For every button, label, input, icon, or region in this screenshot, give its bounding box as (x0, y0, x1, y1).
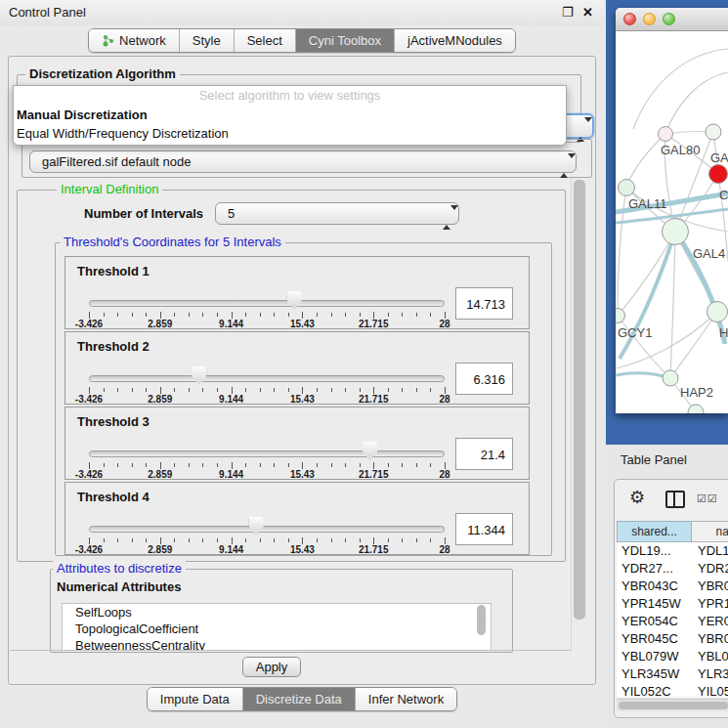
threshold-slider[interactable]: -3.4262.8599.14415.4321.71528 (89, 286, 445, 325)
attribute-item-selfloops[interactable]: SelfLoops (63, 604, 491, 621)
threshold-value-field[interactable]: 6.316 (455, 363, 513, 395)
column-header-shared-name[interactable]: shared... (617, 521, 692, 542)
cell-name[interactable]: YDR27... (692, 560, 728, 578)
network-edge[interactable] (626, 134, 665, 188)
network-edge[interactable] (670, 312, 717, 378)
table-hscrollbar-thumb[interactable] (619, 702, 728, 709)
attributes-list-scrollbar[interactable] (477, 605, 486, 635)
slider-tick (388, 313, 389, 317)
column-view-icon[interactable] (665, 491, 685, 508)
slider-thumb[interactable] (363, 442, 377, 460)
close-icon[interactable]: ✕ (582, 5, 593, 20)
dropdown-option-manual[interactable]: Manual Discretization (14, 106, 566, 124)
tab-select[interactable]: Select (234, 29, 295, 52)
gear-icon[interactable]: ⚙ (629, 487, 645, 508)
table-row[interactable]: YPR145WYPR145W (617, 595, 728, 613)
cell-shared-name[interactable]: YDR27... (617, 560, 692, 578)
cell-name[interactable]: YDL19... (692, 542, 728, 560)
select-columns-icon[interactable]: ☑☑ (697, 492, 718, 505)
tab-jactivemnodules[interactable]: jActiveMNodules (394, 29, 515, 52)
network-edge[interactable] (670, 232, 675, 378)
network-edge[interactable] (618, 188, 626, 316)
cell-shared-name[interactable]: YER054C (617, 613, 692, 630)
table-row[interactable]: YBR045CYBR045C (617, 630, 728, 648)
slider-tick (189, 388, 190, 392)
threshold-slider[interactable]: -3.4262.8599.14415.4321.71528 (89, 362, 445, 401)
network-node[interactable] (663, 219, 689, 245)
threshold-value-field[interactable]: 11.344 (455, 513, 513, 545)
network-edge[interactable] (665, 72, 728, 134)
threshold-value-field[interactable]: 21.4 (455, 438, 513, 470)
combo-stepper-icon (560, 155, 569, 177)
table-row[interactable]: YBR043CYBR043C (617, 578, 728, 595)
threshold-slider[interactable]: -3.4262.8599.14415.4321.71528 (89, 437, 445, 476)
cell-name[interactable]: YPR145W (692, 595, 728, 613)
window-close-icon[interactable] (623, 13, 636, 25)
column-header-name[interactable]: name (692, 521, 728, 542)
window-minimize-icon[interactable] (643, 13, 656, 25)
attribute-item-topologicalcoefficient[interactable]: TopologicalCoefficient (63, 621, 491, 637)
apply-button[interactable]: Apply (242, 657, 301, 677)
cell-shared-name[interactable]: YLR345W (617, 665, 692, 683)
table-row[interactable]: YLR345WYLR345W (617, 665, 728, 683)
cell-shared-name[interactable]: YPR145W (617, 595, 692, 613)
tab-network[interactable]: Network (89, 29, 179, 52)
tab-impute-data[interactable]: Impute Data (148, 688, 242, 710)
cell-name[interactable]: YBL079W (692, 648, 728, 665)
tab-infer-network[interactable]: Infer Network (355, 688, 456, 710)
tab-discretize-data[interactable]: Discretize Data (242, 688, 355, 710)
slider-track[interactable] (89, 526, 445, 533)
network-node[interactable] (709, 165, 728, 184)
cell-name[interactable]: YBR045C (692, 630, 728, 648)
table-row[interactable]: YBL079WYBL079W (617, 648, 728, 665)
network-node[interactable] (619, 180, 635, 196)
attribute-item-betweennesscentrality[interactable]: BetweennessCentrality (63, 637, 491, 651)
slider-tick (360, 463, 361, 467)
slider-tick (260, 463, 261, 467)
slider-tick (360, 538, 361, 542)
slider-track[interactable] (89, 450, 445, 457)
slider-thumb[interactable] (287, 291, 302, 310)
slider-tick (373, 462, 374, 469)
slider-track[interactable] (89, 375, 445, 382)
table-row[interactable]: YER054CYER054C (617, 613, 728, 630)
cell-shared-name[interactable]: YBR043C (617, 578, 692, 595)
cell-name[interactable]: YLR345W (692, 665, 728, 683)
cell-shared-name[interactable]: YDL19... (617, 542, 692, 560)
slider-thumb[interactable] (192, 366, 206, 385)
table-row[interactable]: YDL19...YDL19... (617, 542, 728, 560)
network-edge[interactable] (633, 49, 728, 129)
tab-style[interactable]: Style (179, 29, 234, 52)
num-intervals-combobox[interactable]: 5 (215, 202, 459, 225)
network-node[interactable] (659, 127, 673, 142)
dropdown-placeholder-option[interactable]: Select algorithm to view settings (14, 86, 566, 106)
float-window-icon[interactable]: ❐ (562, 5, 574, 20)
dropdown-option-equal-width[interactable]: Equal Width/Frequency Discretization (14, 124, 566, 143)
tab-cyni-toolbox[interactable]: Cyni Toolbox (295, 29, 394, 52)
cell-shared-name[interactable]: YBR045C (617, 630, 692, 648)
cell-shared-name[interactable]: YBL079W (617, 648, 692, 665)
threshold-slider[interactable]: -3.4262.8599.14415.4321.71528 (89, 512, 445, 551)
table-hscrollbar-track[interactable] (617, 699, 728, 711)
network-canvas[interactable]: GAL80GACGAL11GAL4GCY1HHAP2 (616, 31, 728, 413)
numerical-attributes-list[interactable]: SelfLoopsTopologicalCoefficientBetweenne… (62, 603, 492, 651)
cell-name[interactable]: YIL052C (692, 683, 728, 697)
cell-shared-name[interactable]: YIL052C (617, 683, 692, 697)
network-node[interactable] (707, 302, 728, 322)
network-node[interactable] (663, 370, 678, 386)
table-data-combobox[interactable]: galFiltered.sif default node (29, 150, 577, 173)
table-row[interactable]: YDR27...YDR27... (617, 560, 728, 578)
network-node[interactable] (616, 309, 625, 323)
slider-tick (445, 387, 446, 394)
table-row[interactable]: YIL052CYIL052C (617, 683, 728, 697)
window-zoom-icon[interactable] (663, 13, 675, 25)
cell-name[interactable]: YBR043C (692, 578, 728, 595)
slider-thumb[interactable] (249, 517, 264, 535)
attributes-group: Attributes to discretize Numerical Attri… (50, 569, 513, 653)
cell-name[interactable]: YER054C (692, 613, 728, 630)
threshold-value-field[interactable]: 14.713 (455, 287, 513, 320)
panel-scrollbar-track[interactable] (571, 178, 587, 651)
slider-track[interactable] (89, 300, 445, 307)
network-node[interactable] (706, 124, 721, 140)
panel-scrollbar-thumb[interactable] (574, 180, 585, 620)
